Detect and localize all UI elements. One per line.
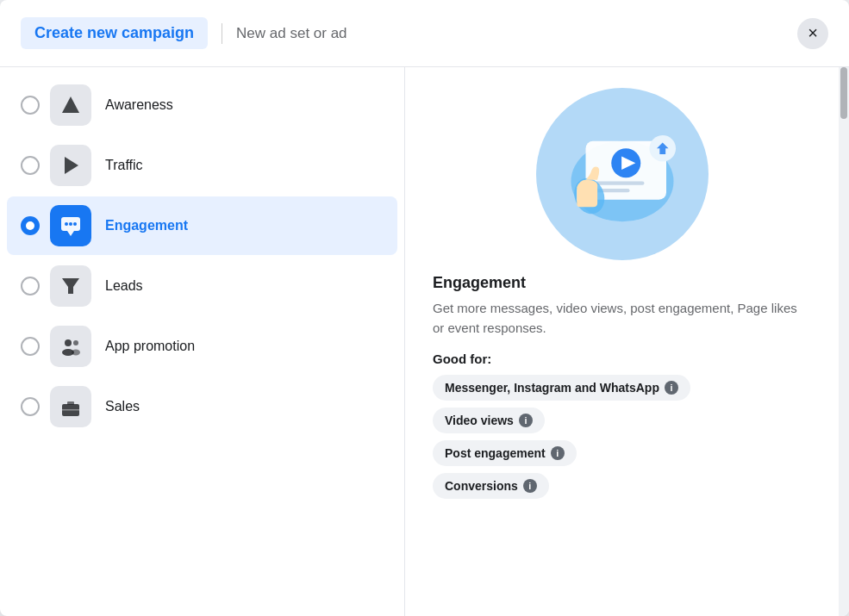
app-promotion-icon	[59, 335, 82, 358]
modal-header: Create new campaign New ad set or ad ×	[0, 0, 849, 67]
campaign-item-sales[interactable]: Sales	[7, 377, 397, 436]
tag-video-views-info-icon[interactable]: i	[519, 414, 533, 427]
traffic-icon-box	[50, 145, 91, 186]
tag-post-engagement-info-icon[interactable]: i	[551, 446, 565, 460]
leads-icon-box	[50, 265, 91, 307]
campaign-item-engagement[interactable]: Engagement	[7, 196, 397, 255]
traffic-icon	[59, 154, 82, 177]
tag-post-engagement: Post engagement i	[433, 440, 577, 466]
radio-sales	[21, 397, 40, 416]
radio-traffic	[21, 156, 40, 175]
svg-rect-14	[62, 409, 79, 411]
leads-icon	[59, 275, 82, 297]
detail-panel: Engagement Get more messages, video view…	[405, 67, 839, 616]
campaign-item-leads[interactable]: Leads	[7, 257, 397, 315]
awareness-icon	[59, 94, 82, 116]
sales-label: Sales	[105, 399, 140, 414]
tag-messenger: Messenger, Instagram and WhatsApp i	[433, 375, 690, 401]
tag-video-views-label: Video views	[445, 414, 514, 427]
campaign-type-list: Awareness Traffic	[0, 67, 405, 616]
new-ad-set-tab: New ad set or ad	[236, 25, 347, 42]
engagement-illustration	[536, 88, 709, 260]
radio-awareness	[21, 96, 40, 115]
detail-description: Get more messages, video views, post eng…	[433, 299, 811, 338]
radio-inner-dot	[26, 221, 34, 230]
sales-icon	[59, 395, 82, 418]
svg-marker-1	[65, 157, 78, 174]
svg-rect-13	[67, 401, 74, 405]
svg-point-11	[72, 350, 80, 356]
svg-point-6	[73, 222, 77, 226]
svg-point-9	[73, 340, 78, 345]
svg-marker-0	[62, 96, 79, 113]
traffic-label: Traffic	[105, 158, 143, 173]
tag-video-views: Video views i	[433, 408, 545, 433]
close-button[interactable]: ×	[797, 18, 828, 49]
campaign-item-awareness[interactable]: Awareness	[7, 76, 397, 134]
good-for-label: Good for:	[433, 352, 811, 366]
radio-engagement	[21, 216, 40, 235]
radio-app-promotion	[21, 337, 40, 356]
tags-list: Messenger, Instagram and WhatsApp i Vide…	[433, 375, 811, 499]
modal-container: Create new campaign New ad set or ad × A…	[0, 0, 849, 616]
header-divider	[222, 23, 222, 44]
engagement-label: Engagement	[105, 218, 188, 233]
sales-icon-box	[50, 386, 91, 427]
tag-post-engagement-label: Post engagement	[445, 446, 546, 460]
awareness-icon-box	[50, 84, 91, 126]
scrollbar-thumb[interactable]	[840, 67, 847, 119]
svg-point-8	[65, 339, 72, 346]
tag-conversions-info-icon[interactable]: i	[523, 479, 537, 493]
tag-conversions-label: Conversions	[445, 479, 518, 493]
illustration-container	[433, 67, 811, 274]
campaign-item-traffic[interactable]: Traffic	[7, 136, 397, 195]
modal-body: Awareness Traffic	[0, 67, 849, 616]
engagement-svg	[549, 101, 696, 247]
svg-rect-17	[593, 182, 645, 185]
app-promotion-label: App promotion	[105, 339, 195, 354]
tag-conversions: Conversions i	[433, 473, 549, 499]
scrollbar-track[interactable]	[839, 67, 849, 616]
tag-messenger-label: Messenger, Instagram and WhatsApp	[445, 381, 659, 395]
detail-title: Engagement	[433, 274, 811, 292]
create-campaign-tab[interactable]: Create new campaign	[21, 17, 208, 49]
engagement-icon-box	[50, 205, 91, 246]
svg-marker-3	[67, 231, 74, 236]
engagement-icon	[59, 214, 83, 238]
radio-leads	[21, 277, 40, 296]
svg-marker-7	[62, 278, 79, 294]
svg-point-4	[65, 222, 68, 226]
campaign-item-app-promotion[interactable]: App promotion	[7, 317, 397, 376]
tag-messenger-info-icon[interactable]: i	[665, 381, 678, 395]
awareness-label: Awareness	[105, 97, 173, 113]
svg-point-5	[69, 222, 72, 226]
app-promotion-icon-box	[50, 326, 91, 367]
leads-label: Leads	[105, 278, 143, 294]
